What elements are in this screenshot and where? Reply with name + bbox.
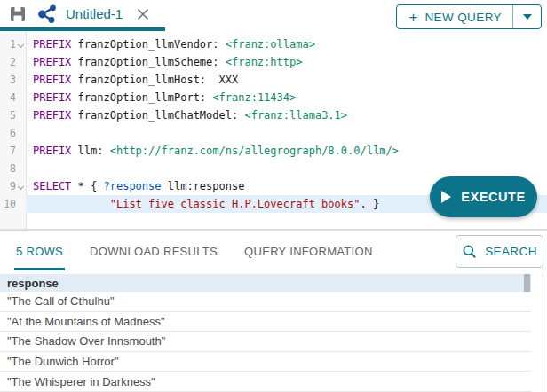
line-number: 7 — [0, 142, 26, 160]
code-line[interactable]: 3PREFIX franzOption_llmHost: XXX — [0, 71, 547, 89]
tab-title[interactable]: Untitled-1 — [66, 6, 123, 21]
code-line[interactable]: 1PREFIX franzOption_llmVendor: <franz:ol… — [0, 35, 547, 53]
line-number: 3 — [0, 71, 26, 89]
results-tab-5-rows[interactable]: 5 ROWS — [16, 231, 63, 270]
table-header-row: response — [0, 274, 531, 292]
graph-icon — [37, 4, 59, 25]
line-number: 10 — [0, 195, 26, 213]
table-body: "The Call of Cthulhu""At the Mountains o… — [0, 292, 547, 392]
code-line[interactable]: 2PREFIX franzOption_llmScheme: <franz:ht… — [0, 53, 547, 71]
line-number: 2 — [0, 53, 26, 71]
save-icon[interactable] — [9, 5, 27, 23]
table-row: "The Whisperer in Darkness" — [0, 372, 531, 392]
play-icon — [441, 191, 451, 203]
code-line[interactable]: 4PREFIX franzOption_llmPort: <franz:1143… — [0, 89, 547, 106]
code-line[interactable]: 5PREFIX franzOption_llmChatModel: <franz… — [0, 106, 547, 124]
code-line[interactable]: 8 — [0, 160, 547, 177]
plus-icon: + — [408, 10, 417, 25]
fold-arrow-icon[interactable] — [16, 35, 26, 53]
query-editor-window: Untitled-1 + NEW QUERY 1PREFIX franzOpti… — [0, 0, 547, 392]
search-icon — [462, 244, 478, 260]
search-button[interactable]: SEARCH — [456, 235, 543, 268]
new-query-label: NEW QUERY — [424, 11, 502, 24]
sparql-editor[interactable]: 1PREFIX franzOption_llmVendor: <franz:ol… — [0, 31, 547, 229]
line-number: 8 — [0, 160, 26, 177]
results-tab-download-results[interactable]: DOWNLOAD RESULTS — [90, 231, 218, 270]
line-number: 6 — [0, 124, 26, 142]
execute-button[interactable]: EXECUTE — [430, 176, 537, 217]
line-number: 4 — [0, 89, 26, 106]
chevron-down-icon[interactable] — [513, 5, 541, 28]
results-table: response "The Call of Cthulhu""At the Mo… — [0, 274, 547, 392]
scrollbar-thumb[interactable] — [524, 274, 530, 292]
execute-label: EXECUTE — [461, 190, 526, 204]
line-number: 9 — [0, 177, 26, 195]
results-tab-query-information[interactable]: QUERY INFORMATION — [244, 231, 373, 270]
results-panel: 5 ROWSDOWNLOAD RESULTSQUERY INFORMATION … — [0, 231, 547, 392]
line-number: 5 — [0, 106, 26, 124]
code-line[interactable]: 7PREFIX llm: <http://franz.com/ns/allegr… — [0, 142, 547, 160]
new-query-button[interactable]: + NEW QUERY — [396, 4, 542, 29]
table-row: "The Shadow Over Innsmouth" — [0, 332, 531, 352]
column-header-response: response — [7, 277, 59, 290]
tab-bar: Untitled-1 + NEW QUERY — [0, 0, 547, 31]
close-tab-icon[interactable] — [135, 6, 151, 22]
search-label: SEARCH — [485, 245, 537, 258]
table-row: "The Dunwich Horror" — [0, 352, 531, 372]
table-row: "The Call of Cthulhu" — [0, 292, 531, 312]
table-row: "At the Mountains of Madness" — [0, 312, 531, 333]
code-line[interactable]: 6 — [0, 124, 547, 142]
fold-arrow-icon[interactable] — [16, 177, 26, 195]
panel-right-border — [543, 274, 543, 392]
line-number: 1 — [0, 35, 26, 53]
